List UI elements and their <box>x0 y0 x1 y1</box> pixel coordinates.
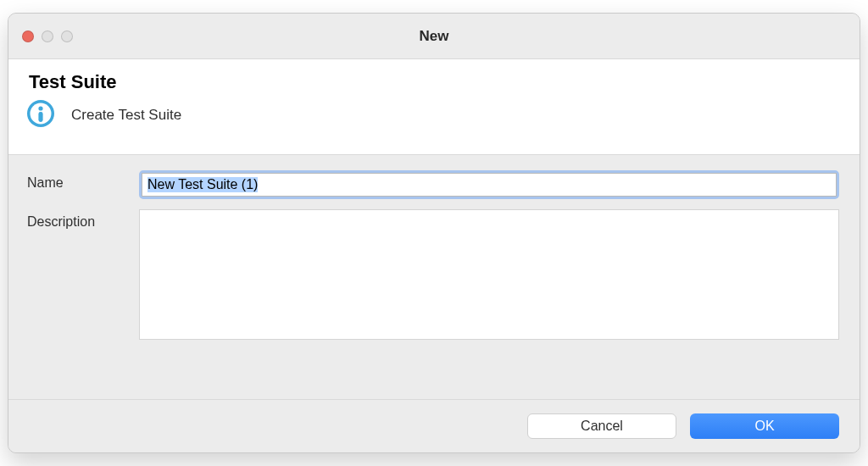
description-label: Description <box>27 209 139 230</box>
name-label: Name <box>27 170 139 191</box>
dialog-footer: Cancel OK <box>8 399 860 452</box>
window-title: New <box>8 28 860 45</box>
description-textarea[interactable] <box>139 209 839 340</box>
dialog-window: New Test Suite Create Test Suite Name De… <box>8 13 860 453</box>
name-input[interactable] <box>142 173 837 197</box>
info-icon <box>25 98 56 132</box>
dialog-subheader: Create Test Suite <box>29 98 839 132</box>
svg-rect-3 <box>38 112 42 122</box>
form-body: Name Description <box>8 155 860 355</box>
dialog-description: Create Test Suite <box>71 107 181 124</box>
dialog-header: Test Suite Create Test Suite <box>8 59 860 155</box>
cancel-button[interactable]: Cancel <box>527 413 676 439</box>
name-input-focus-ring <box>139 170 839 199</box>
svg-point-2 <box>38 106 42 110</box>
titlebar: New <box>8 14 860 59</box>
dialog-heading: Test Suite <box>29 71 839 93</box>
ok-button[interactable]: OK <box>690 413 839 439</box>
